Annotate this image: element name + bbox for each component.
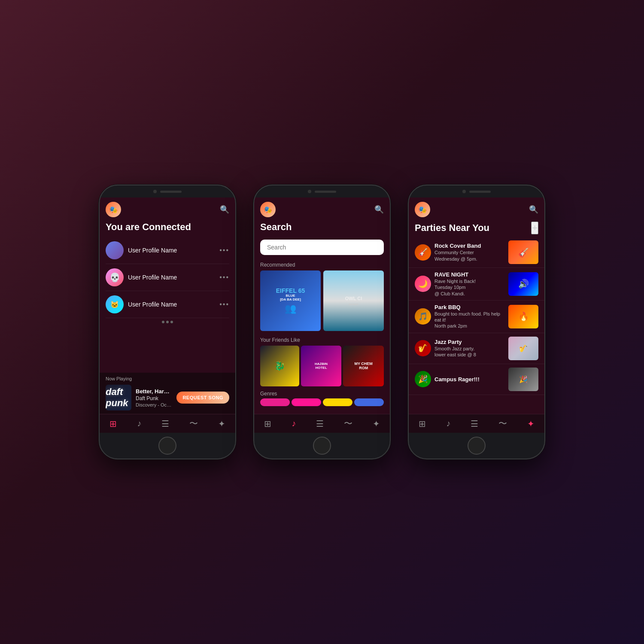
party-list: 🎸 Rock Cover Band Community CenterWednes… <box>409 237 544 414</box>
eiffel-title: EIFFEL 65 <box>276 287 305 294</box>
nav-list-3[interactable]: ☰ <box>471 419 478 429</box>
friend-album-1[interactable]: 🐉 <box>260 346 299 386</box>
nav-list-1[interactable]: ☰ <box>161 419 169 429</box>
track-info: Better, Harder, Faster, Str Daft Punk Di… <box>136 388 172 407</box>
speaker-3 <box>469 191 491 193</box>
home-button-1[interactable] <box>158 437 176 455</box>
party-info-4: Jazz Party Smooth Jazz party.lower east … <box>434 339 505 358</box>
header-avatar-2[interactable]: 🎭 <box>260 202 276 217</box>
recommended-label: Recommended <box>254 259 390 270</box>
friends-label: Your Friends Like <box>254 334 390 346</box>
track-artist: Daft Punk <box>136 395 172 401</box>
party-info-5: Campus Rager!!! <box>434 376 505 383</box>
request-song-button[interactable]: REQUEST SONG <box>176 392 229 404</box>
party-item-bbq[interactable]: 🎵 Park BBQ Bought too much food. Pls hel… <box>409 301 544 333</box>
nav-party-1[interactable]: ✦ <box>218 419 225 429</box>
add-party-button[interactable]: + <box>531 222 538 234</box>
search-button-2[interactable]: 🔍 <box>374 205 384 214</box>
party-avatar-icon-5: 🎉 <box>418 374 428 384</box>
genres-label: Genres <box>260 391 384 397</box>
album-owl[interactable]: OWL CIocean <box>323 270 384 331</box>
nav-music-1[interactable]: ♪ <box>137 419 141 428</box>
more-options-1[interactable]: ••• <box>219 246 229 254</box>
party-avatar-2: 🌙 <box>415 276 431 292</box>
nav-activity-1[interactable]: 〜 <box>189 418 198 429</box>
friends-grid: 🐉 HAZBINHOTEL MY CHEMROM <box>254 346 390 389</box>
album-eiffel[interactable]: EIFFEL 65 BLUE[DA BA DEE] 👥 <box>260 270 321 331</box>
friend-album-3[interactable]: MY CHEMROM <box>343 346 384 386</box>
screen-search: 🎭 🔍 Search Recommended EIFFEL 65 BLUE[DA… <box>254 197 390 433</box>
connected-item-1[interactable]: User Profile Name ••• <box>106 237 229 264</box>
nav-activity-2[interactable]: 〜 <box>344 418 352 429</box>
friend-album-2[interactable]: HAZBINHOTEL <box>301 346 342 386</box>
phone-bottom-3 <box>409 433 544 459</box>
phone-bottom-2 <box>254 433 390 459</box>
home-button-3[interactable] <box>468 437 486 455</box>
front-camera-1 <box>153 190 157 193</box>
genre-bar-2[interactable] <box>292 398 321 406</box>
party-detail-1: Community CenterWednesday @ 5pm. <box>434 249 505 262</box>
header-avatar-3[interactable]: 🎭 <box>415 202 430 217</box>
party-image-1: 🎸 <box>508 240 538 264</box>
album-art-image: daft punk <box>106 385 131 410</box>
user-name-1: User Profile Name <box>128 247 215 254</box>
party-image-4: 🎷 <box>508 337 538 360</box>
more-options-2[interactable]: ••• <box>219 273 229 281</box>
party-avatar-4: 🎷 <box>415 340 431 356</box>
phone-top-bar-1 <box>100 185 235 197</box>
parties-title-row: Parties Near You + <box>409 220 544 237</box>
search-input[interactable] <box>260 240 384 255</box>
party-avatar-3: 🎵 <box>415 308 431 325</box>
party-avatar-1: 🎸 <box>415 244 431 261</box>
nav-music-3[interactable]: ♪ <box>446 419 450 428</box>
genre-bar-1[interactable] <box>260 398 290 406</box>
search-input-wrapper <box>254 237 390 259</box>
party-name-2: RAVE NIGHT <box>434 271 505 278</box>
nav-list-2[interactable]: ☰ <box>316 419 324 429</box>
track-title: Better, Harder, Faster, Str <box>136 388 172 395</box>
connected-item-3[interactable]: 🐱 User Profile Name ••• <box>106 291 229 318</box>
search-header: 🎭 🔍 <box>254 197 390 220</box>
nav-home-1[interactable]: ⊞ <box>109 419 117 429</box>
connected-title: You are Connected <box>100 220 235 237</box>
avatar-img-3: 🎭 <box>415 202 430 217</box>
search-button-1[interactable]: 🔍 <box>220 205 229 214</box>
party-image-3: 🔥 <box>508 305 538 328</box>
user-name-3: User Profile Name <box>128 301 215 308</box>
parties-header: 🎭 🔍 <box>409 197 544 220</box>
genre-bar-4[interactable] <box>354 398 384 406</box>
connected-item-2[interactable]: 💀 User Profile Name ••• <box>106 264 229 291</box>
party-item-rock[interactable]: 🎸 Rock Cover Band Community CenterWednes… <box>409 237 544 268</box>
search-title: Search <box>254 220 390 237</box>
genre-bar-3[interactable] <box>323 398 352 406</box>
phone-parties: 🎭 🔍 Parties Near You + 🎸 Rock Cover Band… <box>408 185 545 459</box>
party-name-1: Rock Cover Band <box>434 243 505 249</box>
party-item-campus[interactable]: 🎉 Campus Rager!!! 🎉 <box>409 364 544 395</box>
party-info-2: RAVE NIGHT Rave Night is Back!Tuesday 10… <box>434 271 505 297</box>
nav-music-2[interactable]: ♪ <box>292 419 296 428</box>
more-options-3[interactable]: ••• <box>219 301 229 308</box>
parties-title: Parties Near You <box>415 222 489 234</box>
party-avatar-icon-1: 🎸 <box>418 248 428 257</box>
party-item-jazz[interactable]: 🎷 Jazz Party Smooth Jazz party.lower eas… <box>409 333 544 364</box>
more-indicator <box>106 318 229 326</box>
nav-party-2[interactable]: ✦ <box>373 419 380 429</box>
phone-bottom-1 <box>100 433 235 459</box>
eiffel-people-img: 👥 <box>285 303 296 314</box>
avatar-img-1: 🎭 <box>106 202 121 217</box>
search-button-3[interactable]: 🔍 <box>529 205 538 214</box>
phone-connected: 🎭 🔍 You are Connected User Profile Name … <box>99 185 236 459</box>
party-info-3: Park BBQ Bought too much food. Pls help … <box>434 304 505 329</box>
home-button-2[interactable] <box>313 437 331 455</box>
header-avatar-1[interactable]: 🎭 <box>106 202 121 217</box>
phone-top-bar-2 <box>254 185 390 197</box>
eiffel-text: BLUE[DA BA DEE] <box>280 294 301 302</box>
genre-bars <box>260 398 384 406</box>
nav-home-3[interactable]: ⊞ <box>419 419 426 429</box>
nav-party-3[interactable]: ✦ <box>527 419 535 429</box>
bottom-nav-1: ⊞ ♪ ☰ 〜 ✦ <box>100 414 235 433</box>
nav-home-2[interactable]: ⊞ <box>264 419 271 429</box>
nav-activity-3[interactable]: 〜 <box>498 418 507 429</box>
party-item-rave[interactable]: 🌙 RAVE NIGHT Rave Night is Back!Tuesday … <box>409 268 544 301</box>
album-art: daft punk <box>106 385 131 410</box>
